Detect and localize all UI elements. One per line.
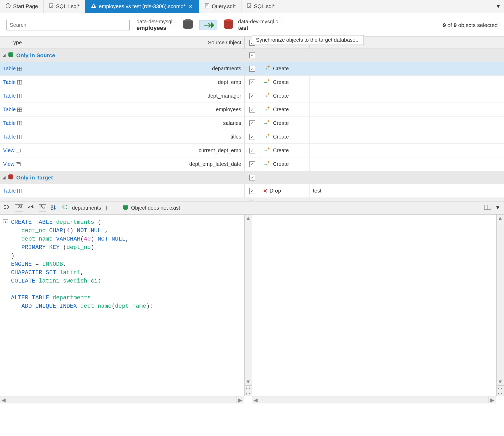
create-icon: →	[263, 66, 271, 72]
col-source[interactable]: Source Object	[25, 37, 245, 49]
tabs-overflow-menu[interactable]: ▼	[492, 0, 504, 13]
view-icon	[16, 162, 21, 166]
row-checkbox[interactable]: ✓	[249, 79, 255, 85]
layout-toggle-icon[interactable]	[484, 205, 491, 211]
object-row[interactable]: Table dept_manager✓→Create	[0, 89, 504, 103]
database-icon	[222, 18, 234, 32]
svg-point-8	[183, 25, 193, 29]
table-icon	[17, 108, 22, 112]
object-row[interactable]: Table departments✓→Create	[0, 62, 504, 76]
scrollbar-vertical[interactable]: ▲▼ ▲▲▼▼	[244, 215, 252, 396]
tab-query[interactable]: Query.sql*	[199, 0, 242, 13]
object-row[interactable]: View current_dept_emp✓→Create	[0, 144, 504, 157]
create-icon: →	[263, 120, 271, 126]
target-db-block: data-dev-mysql.c... test	[222, 18, 282, 32]
table-icon	[17, 121, 22, 125]
editor-right-pane: ▲▼ ▲▲▼▼ ◀▶	[252, 215, 504, 403]
col-type[interactable]: Type	[0, 37, 25, 49]
tool-123-icon[interactable]: 123	[15, 204, 23, 211]
tool-ab-icon[interactable]: a•b	[28, 204, 34, 211]
tab-bar: Start Page SQL1.sql* employees vs test (…	[0, 0, 504, 13]
object-row[interactable]: Table dept_emp✓→Create	[0, 76, 504, 89]
tool-indent-icon[interactable]	[4, 204, 10, 211]
source-db-name: employees	[136, 25, 178, 31]
svg-point-14	[8, 55, 13, 57]
row-type: Table	[3, 66, 16, 72]
editor-toolbar: 123 a•b B↵ AZ departments Object does no…	[0, 201, 504, 215]
object-row[interactable]: View dept_emp_latest_date✓→Create	[0, 157, 504, 171]
row-checkbox[interactable]: ✓	[249, 188, 255, 194]
table-icon	[17, 67, 22, 71]
scrollbar-horizontal[interactable]: ◀▶	[252, 396, 496, 403]
close-icon[interactable]: ✕	[188, 4, 194, 9]
compare-header: data-dev-mysql.... employees data-dev-my…	[0, 13, 504, 37]
group-only-in-source[interactable]: ◢ Only in Source ✓	[0, 49, 504, 62]
row-checkbox[interactable]: ✓	[249, 134, 255, 140]
tool-format-icon[interactable]: B↵	[39, 204, 46, 211]
group-checkbox[interactable]: ✓	[249, 175, 255, 180]
scrollbar-horizontal[interactable]: ◀▶	[0, 396, 244, 403]
collapse-icon[interactable]: ◢	[0, 175, 8, 180]
tool-sort-icon[interactable]: AZ	[51, 204, 57, 211]
fold-toggle[interactable]: ▴	[3, 219, 8, 224]
row-checkbox[interactable]: ✓	[249, 120, 255, 126]
row-name: titles	[230, 134, 241, 140]
sql-file-icon	[247, 3, 252, 10]
row-type: View	[3, 147, 14, 153]
collapse-icon[interactable]: ◢	[0, 53, 8, 58]
row-checkbox[interactable]: ✓	[249, 161, 255, 167]
row-name: departments	[212, 66, 241, 72]
create-icon: →	[263, 161, 271, 167]
row-name: employees	[216, 107, 241, 113]
group-label: Only in Source	[16, 52, 55, 59]
tab-start-page[interactable]: Start Page	[0, 0, 44, 13]
object-row[interactable]: Table titles✓→Create	[0, 130, 504, 144]
horizontal-splitter[interactable]: ::::::	[0, 198, 504, 201]
row-name: salaries	[223, 120, 241, 126]
sql-editor-left[interactable]: CREATE TABLE departments ( dept_no CHAR(…	[0, 215, 252, 396]
row-checkbox[interactable]: ✓	[249, 107, 255, 113]
object-row[interactable]: Table ✓✕Droptest	[0, 184, 504, 198]
editor-menu-icon[interactable]: ▼	[495, 205, 500, 211]
tab-compare-active[interactable]: employees vs test (rds-3306).scomp* ✕	[85, 0, 199, 13]
row-checkbox[interactable]: ✓	[249, 148, 255, 153]
clock-icon	[5, 3, 11, 10]
row-checkbox[interactable]: ✓	[249, 93, 255, 99]
tab-sql1[interactable]: SQL1.sql*	[44, 0, 85, 13]
tab-sql[interactable]: SQL.sql*	[242, 0, 280, 13]
object-row[interactable]: Table employees✓→Create	[0, 103, 504, 116]
row-action: Create	[273, 66, 289, 72]
row-action: Create	[273, 134, 289, 140]
group-only-in-target[interactable]: ◢ Only in Target ✓	[0, 171, 504, 184]
drop-icon: ✕	[263, 188, 267, 194]
row-action: Create	[273, 93, 289, 99]
search-input[interactable]	[6, 20, 130, 30]
svg-point-3	[94, 6, 95, 7]
row-type: Table	[3, 188, 16, 194]
target-db-name: test	[238, 25, 282, 31]
editor-split: ▴ CREATE TABLE departments ( dept_no CHA…	[0, 215, 504, 403]
tab-label: Query.sql*	[212, 3, 236, 9]
database-icon	[123, 204, 128, 211]
tool-outdent-icon[interactable]	[61, 204, 68, 211]
editor-left-pane: ▴ CREATE TABLE departments ( dept_no CHA…	[0, 215, 252, 403]
object-row[interactable]: Table salaries✓→Create	[0, 116, 504, 130]
sql-editor-right[interactable]	[252, 215, 504, 396]
database-icon	[8, 174, 14, 181]
sync-tooltip: Synchronize objects to the target databa…	[252, 35, 364, 45]
svg-point-11	[224, 25, 233, 29]
svg-text:Z: Z	[51, 207, 53, 210]
row-checkbox[interactable]: ✓	[249, 66, 255, 72]
right-object-status: Object does not exist	[131, 205, 180, 211]
selection-status: 9 of 9 objects selected	[443, 22, 498, 28]
group-checkbox[interactable]: ✓	[249, 52, 255, 58]
scrollbar-vertical[interactable]: ▲▼ ▲▲▼▼	[496, 215, 504, 396]
create-icon: →	[263, 147, 271, 153]
table-icon	[17, 80, 22, 84]
row-type: View	[3, 161, 14, 167]
tabs-spacer	[280, 0, 493, 13]
synchronize-button[interactable]	[199, 20, 217, 30]
row-type: Table	[3, 107, 16, 113]
row-type: Table	[3, 134, 16, 140]
svg-point-2	[92, 6, 93, 7]
